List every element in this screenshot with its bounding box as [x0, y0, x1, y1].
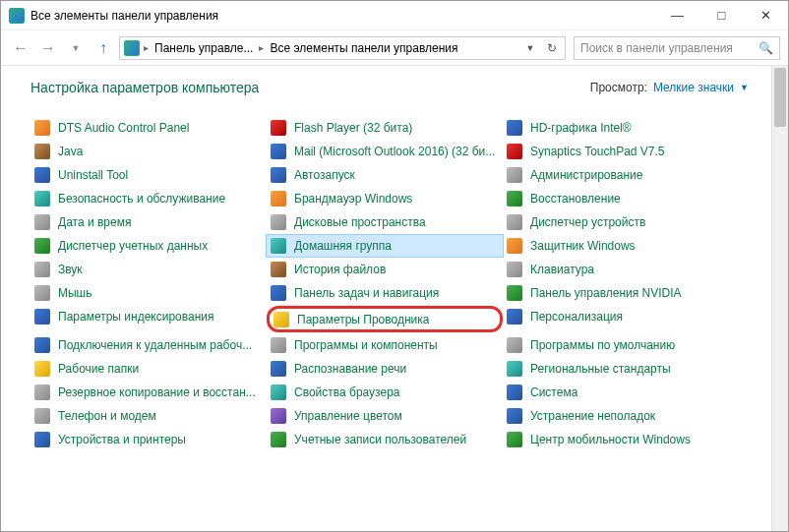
item-icon	[271, 120, 286, 136]
search-placeholder: Поиск в панели управления	[580, 41, 753, 55]
control-panel-item[interactable]: Автозапуск	[267, 164, 503, 186]
back-button[interactable]: ←	[9, 36, 32, 60]
item-icon	[507, 384, 522, 400]
control-panel-item[interactable]: Дата и время	[30, 211, 267, 233]
control-panel-item[interactable]: Панель задач и навигация	[267, 282, 503, 304]
control-panel-item[interactable]: Управление цветом	[267, 405, 503, 427]
search-icon: 🔍	[759, 41, 773, 55]
item-icon	[34, 144, 50, 159]
view-selector[interactable]: Просмотр: Мелкие значки ▼	[590, 81, 749, 94]
item-label: Региональные стандарты	[530, 362, 671, 376]
control-panel-item[interactable]: Mail (Microsoft Outlook 2016) (32 би...	[267, 141, 503, 162]
control-panel-item[interactable]: Телефон и модем	[30, 405, 267, 427]
control-panel-item[interactable]: Flash Player (32 бита)	[267, 117, 503, 139]
item-icon	[271, 144, 286, 159]
item-label: Диспетчер учетных данных	[58, 239, 208, 253]
control-panel-item[interactable]: Диспетчер учетных данных	[30, 235, 267, 257]
breadcrumb-seg2[interactable]: Все элементы панели управления	[266, 41, 461, 55]
control-panel-item[interactable]: Устройства и принтеры	[30, 429, 267, 450]
item-icon	[271, 238, 286, 254]
item-label: Параметры индексирования	[58, 310, 213, 324]
chevron-down-icon: ▼	[740, 83, 749, 92]
vertical-scrollbar[interactable]	[771, 66, 788, 531]
control-panel-item[interactable]: Uninstall Tool	[30, 164, 267, 186]
control-panel-item[interactable]: Рабочие папки	[30, 358, 267, 380]
control-panel-item[interactable]: Устранение неполадок	[503, 405, 739, 427]
refresh-button[interactable]: ↻	[541, 37, 563, 59]
control-panel-item[interactable]: Диспетчер устройств	[503, 211, 739, 233]
control-panel-item[interactable]: DTS Audio Control Panel	[30, 117, 267, 139]
item-icon	[34, 285, 50, 301]
item-label: Mail (Microsoft Outlook 2016) (32 би...	[294, 145, 495, 158]
view-value[interactable]: Мелкие значки	[653, 81, 734, 94]
item-icon	[271, 285, 286, 301]
control-panel-item[interactable]: Программы по умолчанию	[503, 334, 739, 356]
item-label: Flash Player (32 бита)	[294, 121, 412, 135]
breadcrumb-seg1[interactable]: Панель управле...	[151, 41, 257, 55]
item-icon	[34, 432, 50, 447]
control-panel-item[interactable]: Защитник Windows	[503, 235, 739, 257]
control-panel-item[interactable]: Региональные стандарты	[503, 358, 739, 380]
control-panel-item[interactable]: Клавиатура	[503, 259, 739, 280]
item-icon	[34, 214, 50, 230]
control-panel-item[interactable]: Synaptics TouchPad V7.5	[503, 141, 739, 162]
highlight-ring: Параметры Проводника	[267, 306, 503, 332]
control-panel-item[interactable]: Брандмауэр Windows	[267, 188, 503, 209]
control-panel-item[interactable]: Резервное копирование и восстан...	[30, 382, 267, 403]
control-panel-item[interactable]: Персонализация	[503, 306, 739, 327]
item-label: Дисковые пространства	[294, 215, 426, 229]
item-icon	[34, 361, 50, 377]
control-panel-item[interactable]: Параметры Проводника	[270, 309, 500, 329]
control-panel-item[interactable]: Безопасность и обслуживание	[30, 188, 267, 209]
item-label: Устранение неполадок	[530, 409, 655, 423]
item-label: Автозапуск	[294, 168, 355, 182]
item-icon	[507, 238, 522, 254]
control-panel-item[interactable]: Домашняя группа	[267, 235, 503, 257]
maximize-button[interactable]: □	[699, 1, 744, 30]
item-icon	[34, 309, 50, 325]
recent-dropdown[interactable]: ▼	[64, 36, 88, 60]
scrollbar-thumb[interactable]	[774, 68, 786, 127]
up-button[interactable]: ↑	[91, 36, 115, 60]
minimize-button[interactable]: ―	[655, 1, 699, 30]
item-label: Панель управления NVIDIA	[530, 286, 682, 300]
forward-button[interactable]: →	[36, 36, 60, 60]
close-button[interactable]: ✕	[744, 1, 788, 30]
chevron-right-icon[interactable]: ▸	[257, 42, 266, 53]
control-panel-item[interactable]: Распознавание речи	[267, 358, 503, 380]
content-area: Настройка параметров компьютера Просмотр…	[1, 66, 788, 531]
item-icon	[271, 191, 286, 207]
control-panel-item[interactable]: Администрирование	[503, 164, 739, 186]
control-panel-item[interactable]: Мышь	[30, 282, 267, 304]
control-panel-item[interactable]: Параметры индексирования	[30, 306, 267, 327]
chevron-right-icon[interactable]: ▸	[142, 42, 151, 53]
control-panel-item[interactable]: HD-графика Intel®	[503, 117, 739, 139]
search-input[interactable]: Поиск в панели управления 🔍	[574, 36, 780, 60]
control-panel-item[interactable]: Java	[30, 141, 267, 162]
item-icon	[507, 120, 522, 136]
item-icon	[507, 361, 522, 377]
control-panel-item[interactable]: Свойства браузера	[267, 382, 503, 403]
address-bar[interactable]: ▸ Панель управле... ▸ Все элементы панел…	[119, 36, 566, 60]
item-label: Телефон и модем	[58, 409, 156, 423]
title-bar: Все элементы панели управления ― □ ✕	[1, 1, 788, 30]
item-label: HD-графика Intel®	[530, 121, 632, 135]
item-label: Клавиатура	[530, 263, 594, 276]
item-label: Свойства браузера	[294, 385, 400, 399]
control-panel-item[interactable]: Учетные записи пользователей	[267, 429, 503, 450]
control-panel-item[interactable]: Центр мобильности Windows	[503, 429, 739, 450]
control-panel-item[interactable]: История файлов	[267, 259, 503, 280]
control-panel-item[interactable]: Восстановление	[503, 188, 739, 209]
control-panel-item[interactable]: Подключения к удаленным рабоч...	[30, 334, 267, 356]
item-icon	[34, 238, 50, 254]
control-panel-icon	[9, 8, 25, 24]
control-panel-item[interactable]: Программы и компоненты	[267, 334, 503, 356]
control-panel-item[interactable]: Панель управления NVIDIA	[503, 282, 739, 304]
item-icon	[271, 408, 286, 424]
control-panel-item[interactable]: Система	[503, 382, 739, 403]
address-dropdown[interactable]: ▼	[519, 37, 541, 59]
item-icon	[34, 337, 50, 353]
item-icon	[507, 262, 522, 277]
control-panel-item[interactable]: Дисковые пространства	[267, 211, 503, 233]
control-panel-item[interactable]: Звук	[30, 259, 267, 280]
